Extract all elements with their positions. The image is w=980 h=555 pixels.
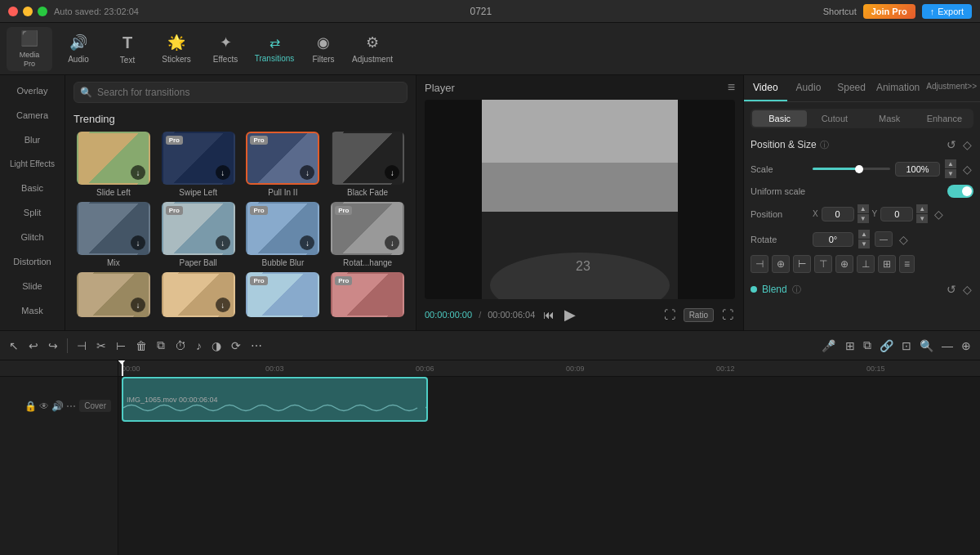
download-icon[interactable]: ↓ (131, 165, 145, 180)
toolbar-audio[interactable]: 🔊 Audio (56, 27, 101, 71)
category-distortion[interactable]: Distortion (3, 250, 61, 273)
player-menu-icon[interactable]: ≡ (728, 80, 735, 95)
transition-pull-in[interactable]: Pro ↓ Pull In II (243, 132, 323, 197)
scale-down-button[interactable]: ▼ (945, 169, 956, 178)
category-glitch[interactable]: Glitch (3, 226, 61, 248)
toolbar-filters[interactable]: ◉ Filters (301, 27, 346, 71)
pos-x-down[interactable]: ▼ (858, 214, 869, 223)
pip-tool[interactable]: ⊡ (899, 337, 914, 355)
transition-slide-left[interactable]: ↓ Slide Left (74, 132, 154, 197)
transition-mix[interactable]: ↓ Mix (74, 202, 154, 267)
align-more-button[interactable]: ⊞ (878, 255, 896, 273)
rotate-diamond-icon[interactable]: ◇ (898, 231, 910, 248)
toolbar-transitions[interactable]: ⇄ Transitions (252, 27, 297, 71)
toolbar-media[interactable]: ⬛ MediaPro (7, 27, 52, 71)
search-input[interactable] (74, 82, 408, 103)
tab-animation[interactable]: Animation (873, 75, 923, 101)
blend-diamond-icon[interactable]: ◇ (961, 281, 973, 298)
diamond-icon[interactable]: ◇ (961, 137, 973, 153)
category-camera[interactable]: Camera (3, 104, 61, 127)
split2-tool[interactable]: ⧉ (861, 336, 874, 355)
category-basic[interactable]: Basic (3, 177, 61, 199)
download-icon[interactable]: ↓ (216, 235, 230, 250)
split-tool[interactable]: ✂ (94, 337, 109, 355)
play-button[interactable]: ▶ (563, 304, 577, 325)
align-center-v-button[interactable]: ⊕ (835, 255, 853, 273)
tab-speed[interactable]: Speed (830, 75, 873, 101)
download-icon[interactable]: ↓ (216, 165, 230, 180)
pos-y-input[interactable]: 0 (880, 207, 913, 222)
uniform-scale-toggle[interactable] (947, 185, 973, 198)
category-overlay[interactable]: Overlay (3, 79, 61, 102)
download-icon[interactable]: ↓ (300, 165, 314, 180)
pos-y-down[interactable]: ▼ (916, 214, 928, 223)
pos-y-up[interactable]: ▲ (916, 204, 928, 213)
align-center-h-button[interactable]: ⊕ (772, 255, 790, 273)
redo-tool[interactable]: ↪ (46, 337, 60, 355)
link-tool[interactable]: 🔗 (877, 337, 896, 355)
subtab-basic[interactable]: Basic (752, 110, 807, 127)
ratio-button[interactable]: Ratio (684, 308, 714, 322)
more-track-icon[interactable]: ⋯ (66, 401, 76, 412)
category-split[interactable]: Split (3, 201, 61, 224)
maximize-button[interactable] (38, 7, 47, 16)
tab-video[interactable]: Video (744, 75, 787, 101)
more-tool[interactable]: ⋯ (248, 337, 265, 355)
transition-row3d[interactable]: Pro (327, 272, 408, 320)
tab-audio[interactable]: Audio (787, 75, 831, 101)
scale-up-button[interactable]: ▲ (945, 159, 956, 168)
crop-button[interactable]: ⛶ (662, 307, 677, 323)
pos-x-up[interactable]: ▲ (858, 204, 869, 213)
fit-tool[interactable]: ⊞ (843, 337, 858, 355)
download-icon[interactable]: ↓ (131, 235, 145, 250)
split-right-tool[interactable]: ⊢ (114, 337, 128, 355)
video-clip[interactable]: IMG_1065.mov 00:00:06:04 (122, 377, 428, 422)
subtab-mask[interactable]: Mask (862, 110, 917, 127)
voice-tool[interactable]: 🎤 (819, 337, 838, 355)
category-mask[interactable]: Mask (3, 299, 61, 322)
toolbar-stickers[interactable]: 🌟 Stickers (154, 27, 199, 71)
zoom-slider[interactable]: — (939, 337, 956, 355)
align-left-button[interactable]: ⊣ (751, 255, 768, 273)
category-light-effects[interactable]: Light Effects (3, 153, 61, 175)
category-blur[interactable]: Blur (3, 128, 61, 151)
rotate-down[interactable]: ▼ (858, 239, 870, 248)
download-icon[interactable]: ↓ (385, 165, 399, 180)
category-slide[interactable]: Slide (3, 275, 61, 298)
tab-adjustment[interactable]: Adjustment>> (923, 75, 980, 101)
transform-tool[interactable]: ⟳ (229, 337, 243, 355)
transition-bubble-blur[interactable]: Pro ↓ Bubble Blur (243, 202, 323, 267)
transition-black-fade[interactable]: ↓ Black Fade (327, 132, 408, 197)
audio-tool[interactable]: ♪ (194, 337, 204, 355)
duplicate-tool[interactable]: ⧉ (154, 336, 167, 355)
transition-swipe-left[interactable]: Pro ↓ Swipe Left (158, 132, 238, 197)
blend-reset-icon[interactable]: ↺ (945, 281, 958, 298)
color-tool[interactable]: ◑ (209, 337, 224, 355)
select-tool[interactable]: ↖ (7, 337, 21, 355)
transition-row3a[interactable]: ↓ (74, 272, 154, 320)
transition-rotat-change[interactable]: Pro ↓ Rotat...hange (327, 202, 408, 267)
rotate-input[interactable]: 0° (813, 232, 853, 247)
subtab-enhance[interactable]: Enhance (917, 110, 972, 127)
eye-icon[interactable]: 👁 (39, 401, 49, 412)
split-left-tool[interactable]: ⊣ (74, 337, 89, 355)
align-right-button[interactable]: ⊢ (793, 255, 811, 273)
transition-row3c[interactable]: Pro (243, 272, 323, 320)
minimize-button[interactable] (23, 7, 33, 16)
toolbar-text[interactable]: T Text (105, 27, 150, 71)
position-diamond-icon[interactable]: ◇ (933, 206, 945, 222)
scale-slider[interactable] (813, 168, 890, 170)
export-button[interactable]: ↑ Export (922, 4, 972, 19)
align-bottom-button[interactable]: ⊥ (857, 255, 875, 273)
playhead[interactable] (122, 360, 123, 376)
speed-tool[interactable]: ⏱ (172, 337, 189, 355)
download-icon[interactable]: ↓ (131, 298, 145, 312)
undo-tool[interactable]: ↩ (26, 337, 41, 355)
toolbar-adjustment[interactable]: ⚙ Adjustment (350, 27, 395, 71)
align-extra-button[interactable]: ≡ (899, 255, 915, 273)
zoom-in-tool[interactable]: ⊕ (959, 337, 973, 355)
zoom-out-tool[interactable]: 🔍 (917, 337, 936, 355)
close-button[interactable] (8, 7, 18, 16)
delete-tool[interactable]: 🗑 (133, 337, 149, 355)
transition-row3b[interactable]: ↓ (158, 272, 238, 320)
